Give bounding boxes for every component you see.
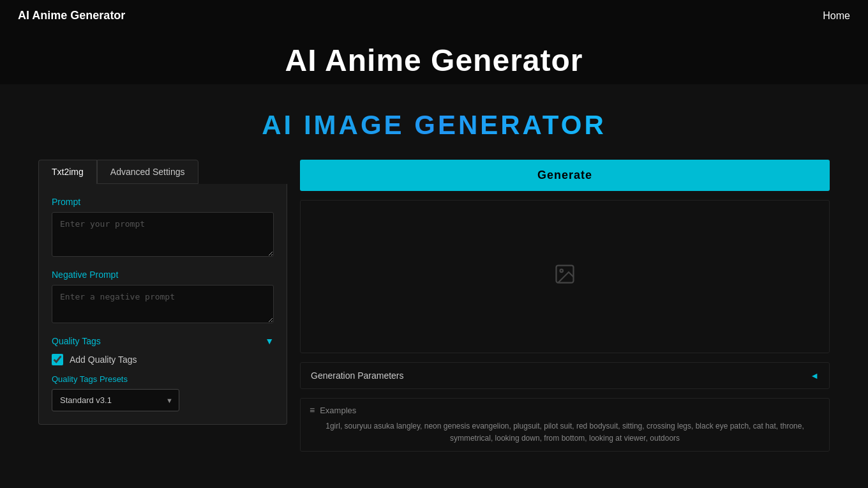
tab-advanced-settings[interactable]: Advanced Settings <box>97 160 198 184</box>
examples-header: ≡ Examples <box>310 405 820 415</box>
generate-button[interactable]: Generate <box>300 160 830 191</box>
add-quality-tags-row: Add Quality Tags <box>52 354 274 365</box>
nav-home-link[interactable]: Home <box>823 10 850 22</box>
image-preview <box>300 200 830 353</box>
svg-point-1 <box>560 270 564 273</box>
examples-section: ≡ Examples 1girl, souryuu asuka langley,… <box>300 398 830 452</box>
content-layout: Txt2img Advanced Settings Prompt Negativ… <box>38 160 830 452</box>
tabs: Txt2img Advanced Settings <box>38 160 287 184</box>
add-quality-tags-checkbox-label: Add Quality Tags <box>70 355 137 365</box>
page-title-area: AI Anime Generator <box>0 31 868 84</box>
negative-prompt-group: Negative Prompt <box>52 270 274 326</box>
navbar: AI Anime Generator Home <box>0 0 868 31</box>
generation-params-label: Generation Parameters <box>311 370 404 381</box>
examples-icon: ≡ <box>310 405 315 415</box>
quality-tags-presets-label: Quality Tags Presets <box>52 374 274 384</box>
negative-prompt-input[interactable] <box>52 285 274 323</box>
tab-txt2img[interactable]: Txt2img <box>38 160 97 184</box>
examples-label: Examples <box>320 406 356 415</box>
quality-tags-presets-group: Quality Tags Presets Standard v3.1 Stand… <box>52 374 274 411</box>
left-panel: Txt2img Advanced Settings Prompt Negativ… <box>38 160 287 425</box>
example-text: 1girl, souryuu asuka langley, neon genes… <box>310 420 820 445</box>
page-title: AI Anime Generator <box>0 43 868 78</box>
generation-params-arrow: ◄ <box>810 370 819 381</box>
quality-tags-label: Quality Tags <box>52 336 101 346</box>
form-panel: Prompt Negative Prompt Quality Tags ▼ Ad… <box>38 184 287 425</box>
section-title: AI IMAGE GENERATOR <box>38 110 830 141</box>
add-quality-tags-checkbox[interactable] <box>52 354 63 365</box>
right-panel: Generate Generation Parameters ◄ <box>300 160 830 452</box>
prompt-group: Prompt <box>52 197 274 259</box>
quality-tags-chevron: ▼ <box>265 336 274 346</box>
preset-select-wrapper: Standard v3.1 Standard v3.0 High Quality… <box>52 389 179 411</box>
main-container: AI IMAGE GENERATOR Txt2img Advanced Sett… <box>0 84 868 488</box>
prompt-label: Prompt <box>52 197 274 207</box>
image-placeholder-icon <box>553 263 576 291</box>
nav-brand: AI Anime Generator <box>18 9 125 22</box>
quality-tags-header[interactable]: Quality Tags ▼ <box>52 336 274 346</box>
generation-params-bar[interactable]: Generation Parameters ◄ <box>300 362 830 389</box>
negative-prompt-label: Negative Prompt <box>52 270 274 280</box>
prompt-input[interactable] <box>52 212 274 257</box>
preset-select[interactable]: Standard v3.1 Standard v3.0 High Quality… <box>52 389 179 411</box>
